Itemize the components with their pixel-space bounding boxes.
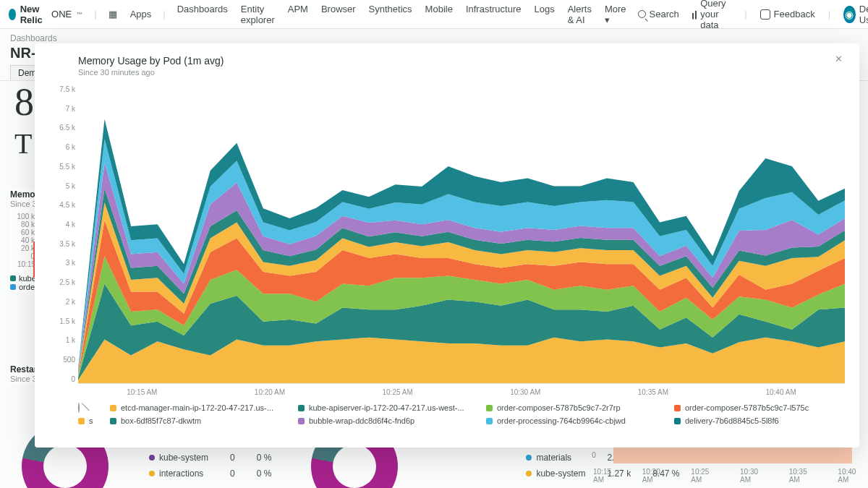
nav-mobile[interactable]: Mobile	[425, 4, 453, 25]
legend-item[interactable]: box-6df85f7c87-dkwtm	[110, 416, 281, 425]
chart-legend: etcd-manager-main-ip-172-20-47-217.us-..…	[78, 403, 845, 425]
top-nav: New Relic ONE ™ | ▦ Apps | DashboardsEnt…	[0, 0, 868, 29]
tm: ™	[76, 11, 82, 18]
table-row[interactable]: interactions00 %	[139, 466, 281, 481]
breadcrumb[interactable]: Dashboards	[0, 29, 868, 43]
nav-alerts-ai[interactable]: Alerts & AI	[568, 4, 592, 25]
nav-logs[interactable]: Logs	[534, 4, 554, 25]
search-icon	[638, 10, 646, 18]
chart-modal: ✕ Memory Usage by Pod (1m avg) Since 30 …	[35, 43, 859, 448]
avatar-icon: ◉	[843, 6, 856, 23]
y-axis-labels: 7.5 k7 k6.5 k6 k5.5 k5 k4.5 k4 k3.5 k3 k…	[43, 85, 75, 383]
logo[interactable]: New Relic ONE ™	[9, 4, 82, 25]
brand: New Relic	[20, 4, 47, 25]
search-link[interactable]: Search	[638, 9, 679, 20]
legend-item[interactable]: etcd-manager-main-ip-172-20-47-217.us-..…	[110, 403, 281, 412]
feedback-icon	[760, 9, 770, 20]
legend-reset[interactable]	[78, 403, 93, 412]
chart-plot[interactable]	[78, 85, 845, 384]
bg-number: 8	[14, 80, 34, 124]
legend-item[interactable]: delivery-7b6d8845c5-5l8f6	[674, 416, 845, 425]
nav-browser[interactable]: Browser	[321, 4, 356, 25]
brand-one: ONE	[51, 9, 72, 20]
nav-right: Search Query your data | Feedback | ◉ De…	[638, 0, 868, 30]
nav-dashboards[interactable]: Dashboards	[177, 4, 228, 25]
bg-letter: T	[14, 127, 32, 160]
apps-link[interactable]: ▦ Apps	[109, 9, 152, 20]
apps-icon: ▦	[109, 9, 117, 20]
query-link[interactable]: Query your data	[692, 0, 731, 30]
nav-infrastructure[interactable]: Infrastructure	[466, 4, 522, 25]
user-menu[interactable]: ◉ Demo User ▾	[843, 4, 868, 25]
legend-item[interactable]: order-processing-764cb9964c-cbjwd	[486, 416, 657, 425]
legend-item[interactable]: bubble-wrap-ddc8d6f4c-fnd6p	[298, 416, 469, 425]
legend-item[interactable]: order-composer-5787b5c9c7-2r7rp	[486, 403, 657, 412]
legend-item[interactable]: kube-apiserver-ip-172-20-47-217.us-west-…	[298, 403, 469, 412]
reset-icon	[78, 403, 80, 413]
feedback-link[interactable]: Feedback	[760, 9, 815, 20]
nav-apm[interactable]: APM	[288, 4, 308, 25]
legend-item[interactable]: order-composer-5787b5c9c7-l575c	[674, 403, 845, 412]
modal-title: Memory Usage by Pod (1m avg)	[78, 55, 845, 67]
close-icon[interactable]: ✕	[835, 53, 848, 67]
chart: 7.5 k7 k6.5 k6 k5.5 k5 k4.5 k4 k3.5 k3 k…	[78, 85, 845, 396]
bottom-xlabels: 10:15 AM10:20 AM10:25 AM10:30 AM10:35 AM…	[593, 468, 868, 484]
x-axis-labels: 10:15 AM10:20 AM10:25 AM10:30 AM10:35 AM…	[78, 388, 845, 396]
nav-more[interactable]: More ▾	[605, 4, 626, 25]
nav-synthetics[interactable]: Synthetics	[369, 4, 412, 25]
chart-icon	[692, 9, 697, 20]
table-row[interactable]: kube-system00 %	[139, 450, 281, 465]
modal-subtitle: Since 30 minutes ago	[78, 68, 845, 77]
nav-entity-explorer[interactable]: Entity explorer	[241, 4, 275, 25]
bottom-table-left: kube-system00 %interactions00 %	[137, 449, 283, 482]
logo-icon	[9, 9, 16, 20]
legend-item[interactable]: sms-notification-6c79dd6ddf-cft4n	[78, 416, 93, 425]
nav-links: DashboardsEntity explorerAPMBrowserSynth…	[177, 4, 626, 25]
